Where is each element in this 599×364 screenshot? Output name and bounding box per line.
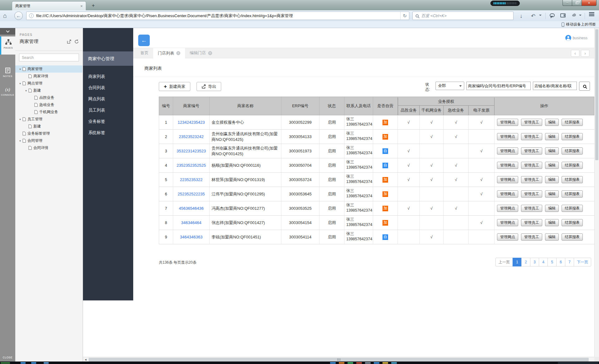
history-dropdown[interactable] bbox=[539, 13, 542, 17]
settlement-report-button[interactable]: 结算报表 bbox=[562, 219, 583, 226]
expand-arrow-icon[interactable]: ▾ bbox=[18, 82, 22, 85]
manage-outlets-button[interactable]: 管理网点 bbox=[497, 133, 518, 140]
expand-arrow-icon[interactable]: ▾ bbox=[18, 139, 22, 142]
tabs-scroll-right-button[interactable]: › bbox=[581, 50, 589, 57]
rail-item-notes[interactable]: NOTES bbox=[0, 65, 15, 80]
sidebar-item[interactable]: 合同列表 bbox=[83, 82, 133, 93]
new-merchant-button[interactable]: + 新建商家 bbox=[159, 82, 190, 91]
status-select[interactable]: 全部 bbox=[436, 82, 464, 90]
tab-2[interactable]: 编辑门店× bbox=[185, 48, 217, 58]
taskbar-icon[interactable] bbox=[374, 362, 379, 364]
plugin-button[interactable] bbox=[572, 13, 577, 18]
tabs-scroll-left-button[interactable]: ‹ bbox=[571, 50, 579, 57]
edit-button[interactable]: 编辑 bbox=[545, 176, 559, 183]
sidebar-item[interactable]: 业务标签 bbox=[83, 116, 133, 127]
tree-item[interactable]: ▾新建 bbox=[15, 87, 82, 94]
manage-staff-button[interactable]: 管理员工 bbox=[521, 162, 542, 169]
plugin-dropdown[interactable] bbox=[579, 13, 582, 17]
tab-1[interactable]: 门店列表× bbox=[153, 48, 185, 58]
store-name-input[interactable] bbox=[533, 82, 577, 90]
tree-item[interactable]: 品胜业务 bbox=[15, 94, 82, 101]
manage-staff-button[interactable]: 管理员工 bbox=[521, 233, 542, 241]
manage-outlets-button[interactable]: 管理网点 bbox=[497, 119, 518, 126]
edit-button[interactable]: 编辑 bbox=[545, 205, 559, 212]
edit-button[interactable]: 编辑 bbox=[545, 133, 559, 140]
reload-button[interactable]: ↻ bbox=[400, 12, 409, 20]
merchant-code-link[interactable]: 45636546436 bbox=[179, 206, 204, 211]
taskbar-icon[interactable] bbox=[31, 362, 36, 364]
tree-item[interactable]: ▾合同管理 bbox=[15, 137, 82, 144]
pagination-next[interactable]: 下一页 bbox=[574, 258, 591, 266]
tab-close-icon[interactable]: × bbox=[208, 51, 212, 55]
refresh-icon[interactable] bbox=[74, 39, 79, 44]
vertical-scrollbar[interactable] bbox=[594, 28, 599, 357]
tree-item[interactable]: 业务标签管理 bbox=[15, 130, 82, 137]
manage-outlets-button[interactable]: 管理网点 bbox=[497, 233, 518, 241]
merchant-code-link[interactable]: 3532231423523 bbox=[177, 149, 206, 153]
pagination-page-2[interactable]: 2 bbox=[521, 258, 530, 266]
tree-item[interactable]: ▾网点管理 bbox=[15, 80, 82, 87]
manage-staff-button[interactable]: 管理员工 bbox=[521, 119, 542, 126]
manage-outlets-button[interactable]: 管理网点 bbox=[497, 219, 518, 226]
edit-button[interactable]: 编辑 bbox=[545, 233, 559, 241]
sidebar-item[interactable]: 网点列表 bbox=[83, 93, 133, 105]
page-back-button[interactable]: ← bbox=[138, 35, 150, 46]
taskbar-icon[interactable] bbox=[365, 362, 371, 364]
settlement-report-button[interactable]: 结算报表 bbox=[562, 133, 583, 140]
taskbar-icon[interactable] bbox=[330, 362, 336, 364]
user-badge[interactable]: business bbox=[565, 35, 587, 41]
settlement-report-button[interactable]: 结算报表 bbox=[562, 205, 583, 212]
merchant-code-link[interactable]: 123424235423 bbox=[178, 120, 205, 125]
tree-item[interactable]: 急啥业务 bbox=[15, 101, 82, 108]
expand-arrow-icon[interactable]: ▾ bbox=[24, 89, 28, 92]
taskbar-icon[interactable] bbox=[356, 362, 362, 364]
tab-groups-button[interactable] bbox=[560, 13, 566, 17]
taskbar-icon[interactable] bbox=[1, 362, 10, 364]
manage-outlets-button[interactable]: 管理网点 bbox=[497, 190, 518, 198]
manage-staff-button[interactable]: 管理员工 bbox=[521, 147, 542, 155]
new-tab-button[interactable]: + bbox=[89, 2, 97, 9]
edit-button[interactable]: 编辑 bbox=[545, 219, 559, 226]
merchant-code-link[interactable]: 346346464 bbox=[181, 220, 201, 225]
scroll-left-arrow-icon[interactable]: ◄ bbox=[84, 358, 87, 361]
manage-staff-button[interactable]: 管理员工 bbox=[521, 219, 542, 226]
merchant-code-link[interactable]: 3464346363 bbox=[180, 235, 202, 239]
settlement-report-button[interactable]: 结算报表 bbox=[562, 119, 583, 126]
tree-item[interactable]: 新建 bbox=[15, 123, 82, 130]
sidebar-item[interactable]: 员工列表 bbox=[83, 105, 133, 116]
export-button[interactable]: 导出 bbox=[197, 82, 221, 91]
rail-close-button[interactable]: CLOSE bbox=[0, 356, 15, 359]
manage-outlets-button[interactable]: 管理网点 bbox=[497, 205, 518, 212]
windows-taskbar[interactable] bbox=[0, 362, 599, 364]
tab-close-icon[interactable]: × bbox=[176, 51, 180, 55]
home-button[interactable]: ⌂ bbox=[3, 12, 7, 19]
close-button[interactable]: × bbox=[582, 0, 597, 6]
taskbar-icon[interactable] bbox=[339, 362, 344, 364]
web-search-input[interactable] bbox=[421, 13, 510, 18]
tree-item[interactable]: 千机网业务 bbox=[15, 108, 82, 116]
search-bar[interactable] bbox=[412, 12, 514, 20]
pagination-page-7[interactable]: 7 bbox=[565, 258, 574, 266]
merchant-code-link[interactable]: 252352522235 bbox=[178, 192, 205, 196]
tree-item[interactable]: 合同详情 bbox=[15, 144, 82, 151]
table-search-button[interactable] bbox=[579, 82, 590, 91]
horizontal-scrollbar-thumb[interactable] bbox=[89, 358, 589, 362]
minimize-button[interactable]: – bbox=[562, 0, 572, 6]
manage-staff-button[interactable]: 管理员工 bbox=[521, 190, 542, 198]
manage-staff-button[interactable]: 管理员工 bbox=[521, 133, 542, 140]
merchant-code-input[interactable] bbox=[466, 82, 531, 90]
pagination-page-6[interactable]: 6 bbox=[556, 258, 565, 266]
manage-outlets-button[interactable]: 管理网点 bbox=[497, 176, 518, 183]
rail-item-pages[interactable]: PAGES bbox=[0, 36, 15, 55]
edit-button[interactable]: 编辑 bbox=[545, 190, 559, 198]
site-info-icon[interactable]: i bbox=[29, 13, 34, 18]
tree-item[interactable]: 商家详情 bbox=[15, 73, 82, 80]
url-input[interactable] bbox=[36, 13, 400, 18]
pagination-page-1[interactable]: 1 bbox=[513, 258, 522, 266]
edit-button[interactable]: 编辑 bbox=[545, 162, 559, 169]
bookmark-mobile-folder[interactable]: 移动设备上的书签 bbox=[562, 22, 596, 27]
sidebar-item[interactable]: 系统标签 bbox=[83, 127, 133, 138]
tree-item[interactable]: ▾商家管理 bbox=[15, 65, 82, 73]
settlement-report-button[interactable]: 结算报表 bbox=[562, 162, 583, 169]
settlement-report-button[interactable]: 结算报表 bbox=[562, 176, 583, 183]
